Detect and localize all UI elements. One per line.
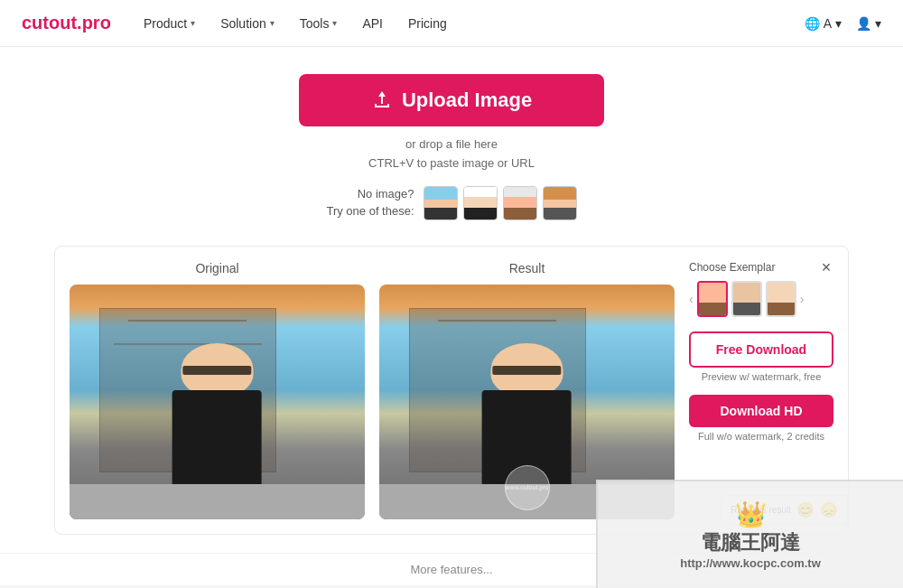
exemplar-thumb-3[interactable] [766,281,796,317]
nav-links: Product ▾ Solution ▾ Tools ▾ API Pricing [144,16,805,31]
chevron-down-icon: ▾ [191,18,195,28]
nav-pricing-label: Pricing [408,16,447,31]
language-button[interactable]: 🌐 A ▾ [805,16,842,31]
chevron-down-icon: ▾ [875,16,881,31]
exemplar-next-button[interactable]: › [800,292,805,306]
kocpc-inner: 👑 電腦王阿達 http://www.kocpc.com.tw [680,499,821,570]
exemplar-prev-button[interactable]: ‹ [689,292,694,306]
translate-icon: 🌐 [805,16,820,31]
original-column: Original [70,261,365,519]
nav-right: 🌐 A ▾ 👤 ▾ [805,16,881,31]
logo-pro: pro [82,13,111,33]
download-hd-button[interactable]: Download HD [689,395,833,427]
more-features-hint: More features... [410,563,492,576]
upload-button-label: Upload Image [402,89,532,112]
user-icon: 👤 [856,16,871,31]
chevron-down-icon: ▾ [332,18,337,28]
upload-button[interactable]: Upload Image [299,74,604,126]
nav-product[interactable]: Product ▾ [144,16,195,31]
user-button[interactable]: 👤 ▾ [856,16,881,31]
upload-icon [371,89,393,111]
upload-section: Upload Image or drop a file here CTRL+V … [0,65,903,238]
sample-thumb-2[interactable] [463,186,498,220]
hd-note: Full w/o watermark, 2 credits [689,431,833,442]
exemplar-face-3 [768,283,795,315]
nav-api-label: API [362,16,383,31]
lang-label: A [824,16,832,31]
chevron-down-icon: ▾ [270,18,275,28]
nav-api[interactable]: API [362,16,383,31]
hint-paste: CTRL+V to paste image or URL [368,154,535,173]
sample-thumb-3[interactable] [503,186,537,220]
sample-label: No image? Try one of these: [326,186,414,219]
sample-thumb-4[interactable] [543,186,577,220]
result-label: Result [379,261,675,275]
exemplar-thumb-2[interactable] [731,281,762,317]
exemplar-row: ‹ › [689,281,833,317]
exemplar-thumb-1[interactable] [697,281,728,317]
nav-pricing[interactable]: Pricing [408,16,447,31]
navbar: cutout.pro Product ▾ Solution ▾ Tools ▾ … [0,0,903,47]
sample-thumb-1[interactable] [424,186,458,220]
exemplar-face-1 [699,283,726,315]
preview-note: Preview w/ watermark, free [689,371,833,382]
original-image [70,285,365,519]
sample-row: No image? Try one of these: [326,186,576,220]
exemplar-face-2 [733,283,760,315]
chevron-down-icon: ▾ [835,16,842,31]
nav-solution[interactable]: Solution ▾ [220,16,275,31]
kocpc-text: 電腦王阿達 [680,529,821,556]
logo-text: cutout [22,13,77,33]
logo[interactable]: cutout.pro [22,13,111,33]
nav-solution-label: Solution [220,16,266,31]
hint-drop: or drop a file here [368,135,535,154]
crown-icon: 👑 [680,499,821,529]
close-button[interactable]: × [815,257,837,279]
free-download-button[interactable]: Free Download [689,331,833,368]
nav-product-label: Product [144,16,187,31]
upload-hint: or drop a file here CTRL+V to paste imag… [368,135,535,173]
exemplar-thumbs [697,281,796,317]
original-label: Original [70,261,365,275]
sample-thumbs [424,186,577,220]
kocpc-url: http://www.kocpc.com.tw [680,556,821,570]
watermark: www.cutout.pro [505,465,550,510]
kocpc-watermark: 👑 電腦王阿達 http://www.kocpc.com.tw [596,480,903,585]
nav-tools[interactable]: Tools ▾ [300,16,338,31]
choose-exemplar-label: Choose Exemplar [689,261,833,274]
nav-tools-label: Tools [300,16,330,31]
